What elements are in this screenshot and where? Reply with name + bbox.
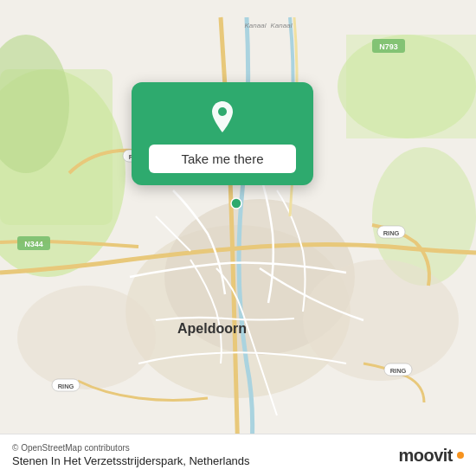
bottom-left: © OpenStreetMap contributors Stenen In H… bbox=[12, 443, 250, 467]
take-me-there-button[interactable]: Take me there bbox=[149, 145, 296, 173]
map-container: N793 N344 RING RING RING RING Kanaal Kan… bbox=[0, 0, 476, 476]
svg-text:Kanaal: Kanaal bbox=[245, 22, 267, 29]
svg-text:Kanaal: Kanaal bbox=[271, 22, 293, 29]
moovit-logo-text: moovit bbox=[398, 446, 453, 466]
bottom-bar: © OpenStreetMap contributors Stenen In H… bbox=[0, 434, 476, 476]
svg-point-11 bbox=[303, 260, 459, 381]
svg-text:N344: N344 bbox=[24, 240, 43, 248]
moovit-logo: moovit bbox=[398, 446, 464, 466]
svg-text:RING: RING bbox=[390, 367, 407, 375]
copyright-text: © OpenStreetMap contributors bbox=[12, 443, 250, 453]
svg-text:N793: N793 bbox=[379, 42, 398, 51]
popup-card: Take me there bbox=[132, 82, 313, 185]
svg-text:Apeldoorn: Apeldoorn bbox=[177, 321, 247, 336]
location-pin-icon bbox=[203, 98, 241, 136]
svg-text:RING: RING bbox=[58, 383, 74, 390]
moovit-dot-icon bbox=[457, 452, 464, 459]
svg-point-10 bbox=[17, 286, 156, 389]
svg-point-28 bbox=[218, 107, 227, 116]
location-name: Stenen In Het Verzetsstrijderspark, Neth… bbox=[12, 454, 250, 467]
svg-point-27 bbox=[231, 198, 241, 209]
svg-rect-5 bbox=[346, 35, 476, 138]
svg-text:RING: RING bbox=[383, 229, 400, 237]
